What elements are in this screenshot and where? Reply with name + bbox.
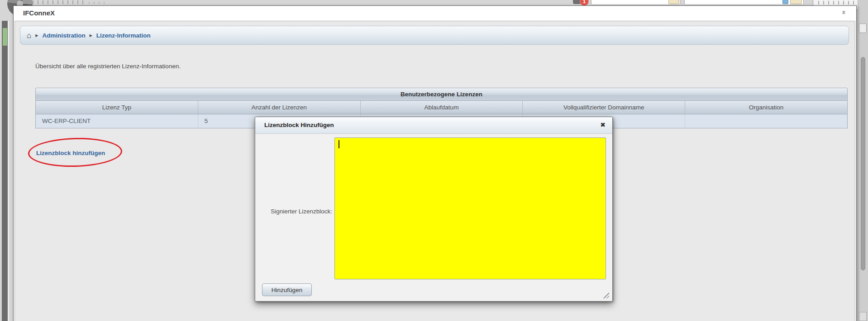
window-close-icon[interactable]: x — [842, 9, 845, 15]
cell-lizenz-typ: WC-ERP-CLIENT — [36, 114, 198, 128]
signed-license-block-label: Signierter Lizenzblock: — [263, 208, 332, 215]
background-green-block — [3, 28, 7, 46]
breadcrumb-item-administration[interactable]: Administration — [42, 32, 85, 39]
close-icon[interactable]: ✖ — [600, 121, 606, 128]
background-scroll-bottom-button[interactable] — [859, 312, 867, 321]
column-header-lizenz-typ: Lizenz Typ — [36, 101, 198, 114]
text-cursor — [339, 140, 339, 148]
annotation-ellipse — [28, 137, 123, 168]
column-header-ablaufdatum: Ablaufdatum — [360, 101, 523, 114]
chevron-right-icon: ▶ — [35, 33, 38, 38]
background-sidebar-edge — [8, 21, 9, 321]
window-title: IFConneX — [23, 9, 55, 17]
background-filter-icon — [782, 0, 788, 4]
background-search-input[interactable] — [591, 0, 680, 5]
background-scrollbar-thumb[interactable] — [861, 57, 865, 270]
background-sidebar-bar — [2, 21, 8, 321]
cell-organisation — [685, 114, 847, 128]
breadcrumb: ⌂ ▶ Administration ▶ Lizenz-Information — [20, 26, 849, 45]
dialog-header[interactable]: Lizenzblock Hinzufügen ✖ — [255, 117, 612, 134]
add-license-block-dialog: Lizenzblock Hinzufügen ✖ Signierter Lize… — [255, 117, 613, 302]
breadcrumb-item-lizenz-information[interactable]: Lizenz-Information — [96, 32, 151, 39]
home-icon[interactable]: ⌂ — [27, 32, 31, 39]
background-search-button[interactable] — [668, 0, 679, 4]
background-button-text-artifact — [818, 1, 860, 5]
table-title: Benutzerbezogene Lizenzen — [35, 88, 848, 101]
add-button[interactable]: Hinzufügen — [262, 283, 312, 296]
chevron-right-icon: ▶ — [90, 33, 92, 38]
background-filter-button[interactable] — [790, 0, 802, 4]
background-text-artifact — [89, 2, 107, 4]
column-header-organisation: Organisation — [685, 101, 847, 114]
background-scroll-top-button[interactable] — [859, 24, 867, 33]
background-text-artifact — [33, 0, 86, 4]
column-header-anzahl: Anzahl der Lizenzen — [198, 101, 360, 114]
table-header-row: Lizenz Typ Anzahl der Lizenzen Ablaufdat… — [35, 101, 848, 114]
page-description: Übersicht über alle registrierten Lizenz… — [35, 63, 181, 70]
column-header-domainname: Vollqualifizierter Domainname — [522, 101, 685, 114]
signed-license-block-field-wrap — [334, 137, 606, 279]
resize-grip-icon[interactable] — [602, 292, 609, 298]
signed-license-block-textarea[interactable] — [334, 137, 606, 279]
dialog-title: Lizenzblock Hinzufügen — [264, 122, 334, 128]
